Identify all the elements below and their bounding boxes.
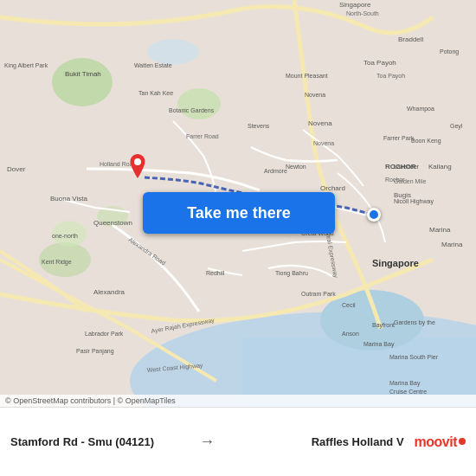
svg-text:Kallang: Kallang (428, 163, 452, 170)
svg-text:Marina: Marina (441, 241, 463, 248)
svg-text:Dover: Dover (7, 165, 26, 173)
svg-text:Marina Bay: Marina Bay (389, 380, 421, 387)
svg-text:Farrer Road: Farrer Road (186, 133, 219, 139)
svg-text:Bayfront: Bayfront (372, 322, 395, 329)
map-container: Bukit Timah Watten Estate Tan Kah Kee Bo… (0, 0, 476, 407)
svg-text:Bukit Timah: Bukit Timah (65, 70, 101, 78)
svg-text:Queenstown: Queenstown (93, 219, 132, 227)
route-info: Stamford Rd - Smu (04121) → Raffles Holl… (10, 433, 404, 451)
svg-text:Botanic Gardens: Botanic Gardens (169, 107, 215, 113)
svg-text:Toa Payoh: Toa Payoh (363, 59, 396, 67)
svg-text:King Albert Park: King Albert Park (4, 62, 48, 69)
destination-marker (367, 208, 381, 222)
svg-text:Nicoll Highway: Nicoll Highway (394, 198, 434, 205)
take-me-there-button[interactable]: Take me there (143, 192, 335, 234)
svg-text:Tan Kah Kee: Tan Kah Kee (138, 90, 173, 96)
svg-text:Toa Payoh: Toa Payoh (376, 73, 405, 80)
svg-text:Tiong Bahru: Tiong Bahru (275, 270, 308, 277)
svg-text:Cecil: Cecil (342, 302, 356, 308)
svg-text:Geyl: Geyl (450, 123, 463, 130)
svg-text:Singapore: Singapore (339, 1, 371, 9)
svg-point-6 (52, 58, 113, 106)
svg-text:Marina Bay: Marina Bay (363, 341, 395, 348)
svg-text:Anson: Anson (342, 331, 359, 337)
svg-text:one-north: one-north (52, 233, 78, 239)
svg-text:Cruise Centre: Cruise Centre (389, 389, 427, 395)
svg-text:Golden Mile: Golden Mile (394, 178, 426, 184)
svg-text:Boon Keng: Boon Keng (411, 138, 441, 145)
svg-text:Alexandra: Alexandra (93, 288, 125, 296)
svg-text:Labrador Park: Labrador Park (85, 331, 124, 337)
origin-marker (128, 154, 147, 182)
svg-text:Novena: Novena (308, 119, 332, 127)
svg-text:Gardens by the: Gardens by the (394, 319, 435, 326)
svg-text:Ardmore: Ardmore (264, 168, 287, 174)
svg-text:Novena: Novena (305, 92, 325, 98)
svg-point-5 (177, 88, 221, 119)
svg-text:Marina South Pier: Marina South Pier (389, 354, 439, 360)
bottom-bar: Stamford Rd - Smu (04121) → Raffles Holl… (0, 407, 476, 476)
to-station: Raffles Holland V (223, 435, 403, 448)
svg-point-4 (147, 39, 199, 65)
svg-text:Pasir Panjang: Pasir Panjang (76, 348, 114, 355)
svg-text:Lavender: Lavender (394, 164, 420, 170)
svg-text:Farrer Park: Farrer Park (383, 135, 415, 141)
svg-text:Buona Vista: Buona Vista (50, 195, 88, 203)
from-station: Stamford Rd - Smu (04121) (10, 435, 190, 448)
svg-text:Stevens: Stevens (248, 123, 270, 129)
moovit-logo: moovit (415, 434, 466, 450)
svg-text:Braddell: Braddell (398, 35, 424, 43)
svg-text:Kent Ridge: Kent Ridge (42, 259, 72, 266)
map-attribution: © OpenStreetMap contributors | © OpenMap… (0, 395, 476, 407)
svg-text:Mount Pleasant: Mount Pleasant (286, 73, 328, 79)
svg-text:Watten Estate: Watten Estate (134, 62, 172, 68)
svg-text:Potong: Potong (440, 48, 459, 55)
svg-text:Orchard: Orchard (320, 184, 345, 192)
svg-text:Marina: Marina (429, 226, 451, 234)
moovit-logo-text: moovit (415, 434, 457, 450)
moovit-logo-dot (459, 438, 466, 445)
svg-point-70 (134, 158, 141, 165)
svg-text:Redhill: Redhill (206, 270, 225, 276)
svg-text:North-South: North-South (346, 10, 379, 16)
svg-text:Singapore: Singapore (372, 258, 419, 268)
svg-text:Newton: Newton (286, 164, 306, 170)
svg-text:Outram Park: Outram Park (301, 291, 336, 297)
svg-text:Whampoa: Whampoa (407, 106, 434, 113)
svg-text:Novena: Novena (313, 140, 334, 146)
arrow-icon: → (199, 433, 215, 451)
